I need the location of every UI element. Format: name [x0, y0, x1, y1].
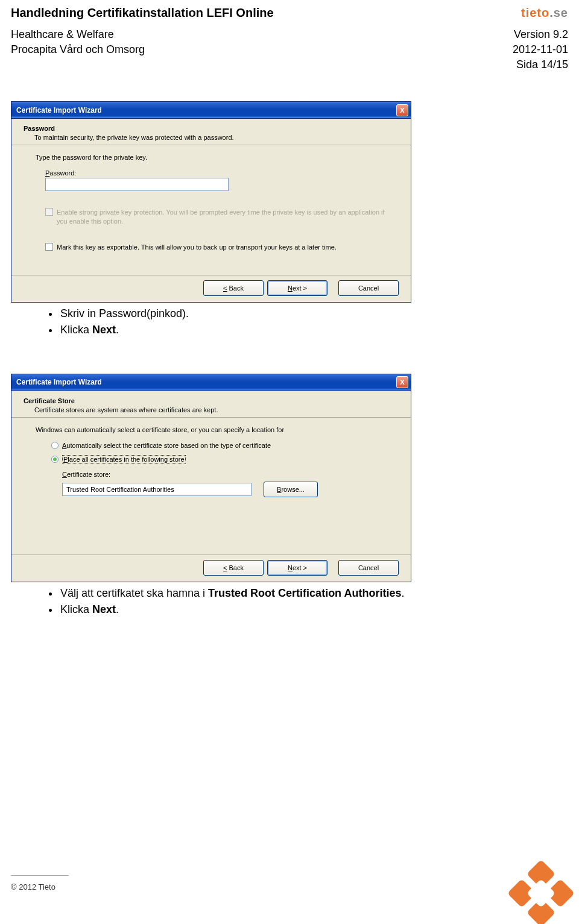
section-description: Certificate stores are system areas wher… [24, 406, 399, 413]
footer-divider [11, 875, 69, 876]
password-label: Password: [36, 169, 387, 177]
back-button[interactable]: < Back [203, 560, 264, 576]
next-button[interactable]: Next > [267, 280, 327, 296]
section-description: To maintain security, the private key wa… [24, 134, 399, 141]
copyright-text: © 2012 Tieto [11, 882, 55, 891]
dialog-title: Certificate Import Wizard [16, 106, 102, 115]
tieto-logo: tieto.se [521, 6, 568, 20]
instruction-item: Välj att certifkatet ska hamna i Trusted… [59, 586, 568, 601]
exportable-label: Mark this key as exportable. This will a… [57, 243, 337, 252]
titlebar: Certificate Import Wizard X [11, 374, 411, 391]
back-button[interactable]: < Back [203, 280, 264, 296]
cert-wizard-store-dialog: Certificate Import Wizard X Certificate … [11, 374, 411, 582]
logo-suffix: .se [549, 6, 568, 19]
next-button[interactable]: Next > [267, 560, 327, 576]
auto-select-radio[interactable] [51, 442, 59, 449]
instruction-item: Klicka Next. [59, 322, 568, 338]
logo-main: tieto [521, 6, 549, 19]
instruction-item: Klicka Next. [59, 602, 568, 617]
instruction-item: Skriv in Password(pinkod). [59, 306, 568, 321]
cancel-button[interactable]: Cancel [338, 560, 399, 576]
date-text: 2012-11-01 [513, 43, 568, 56]
close-icon[interactable]: X [396, 376, 408, 388]
section-heading: Certificate Store [24, 397, 399, 404]
auto-select-label: Automatically select the certificate sto… [62, 442, 271, 449]
titlebar: Certificate Import Wizard X [11, 102, 411, 119]
password-prompt: Type the password for the private key. [36, 154, 387, 161]
password-input[interactable] [45, 178, 229, 191]
browse-button[interactable]: Browse... [264, 482, 318, 497]
version-text: Version 9.2 [514, 28, 568, 41]
store-field-label: Certificate store: [36, 471, 387, 478]
store-prompt: Windows can automatically select a certi… [36, 426, 387, 433]
doc-title: Handledning Certifikatinstallation LEFI … [11, 6, 274, 20]
tieto-logo-icon [507, 858, 579, 924]
org-line2: Procapita Vård och Omsorg [11, 43, 145, 56]
strong-protection-label: Enable strong private key protection. Yo… [57, 208, 387, 226]
close-icon[interactable]: X [396, 104, 408, 116]
dialog-title: Certificate Import Wizard [16, 378, 102, 386]
place-all-label: Place all certificates in the following … [62, 455, 186, 464]
cert-wizard-password-dialog: Certificate Import Wizard X Password To … [11, 101, 411, 303]
place-all-radio[interactable] [51, 456, 59, 463]
cancel-button[interactable]: Cancel [338, 280, 399, 296]
page-number: Sida 14/15 [11, 58, 568, 71]
exportable-checkbox[interactable] [45, 243, 53, 251]
svg-rect-4 [527, 879, 555, 908]
instruction-list-1: Skriv in Password(pinkod). Klicka Next. [11, 306, 568, 338]
org-line1: Healthcare & Welfare [11, 28, 114, 41]
strong-protection-checkbox [45, 208, 53, 216]
section-heading: Password [24, 125, 399, 132]
store-input [62, 483, 252, 496]
instruction-list-2: Välj att certifkatet ska hamna i Trusted… [11, 586, 568, 617]
